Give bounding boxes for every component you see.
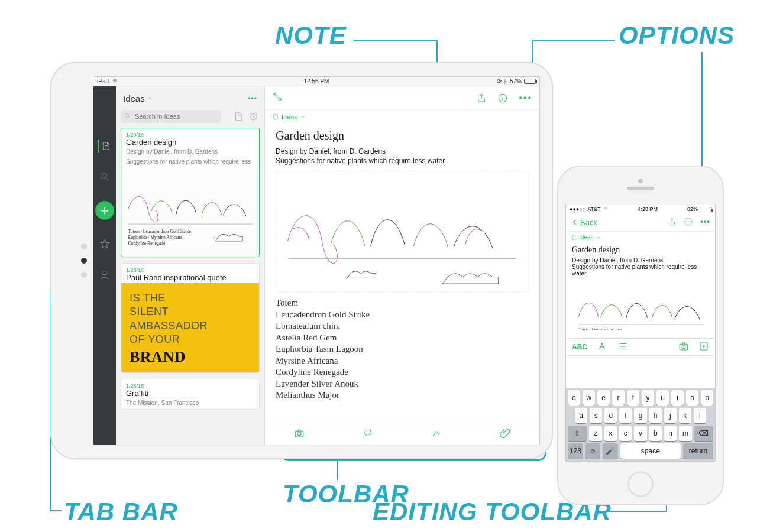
add-attachment-icon[interactable] (698, 341, 709, 353)
note-card-title: Paul Rand inspirational quote (121, 273, 259, 283)
key-e[interactable]: e (597, 390, 610, 406)
key-x[interactable]: x (604, 426, 617, 441)
note-card-snippet: The Mission, San Francisco (121, 399, 259, 409)
tab-shortcuts[interactable] (98, 238, 111, 251)
key-return[interactable]: return (683, 443, 713, 459)
key-r[interactable]: r (612, 390, 625, 406)
key-p[interactable]: p (701, 390, 713, 406)
ipad-device: iPad 12:56 PM ⟳ ᛒ 57% (50, 62, 553, 459)
audio-icon[interactable] (363, 428, 373, 439)
note-subline: Suggestions for native plants which requ… (572, 264, 709, 277)
svg-point-0 (101, 173, 106, 179)
note-card-date: 1/28/16 (121, 379, 259, 389)
tab-add-note[interactable]: ＋ (95, 201, 114, 220)
note-card[interactable]: 1/20/16 Garden design Design by Daniel, … (121, 128, 260, 257)
status-carrier: AT&T (587, 206, 600, 212)
notebook-title-dropdown[interactable]: Ideas (123, 93, 153, 103)
key-shift[interactable]: ⇧ (568, 426, 587, 441)
share-icon[interactable] (667, 217, 677, 228)
tab-account[interactable] (98, 268, 111, 281)
sketch-icon[interactable] (431, 428, 442, 439)
wifi-icon (111, 78, 118, 85)
search-input[interactable] (121, 110, 221, 123)
share-icon[interactable] (476, 93, 487, 103)
note-pane: ••• Ideas Garden design Design by Daniel… (265, 86, 539, 445)
note-card-snippet: Suggestions for native plants which requ… (121, 158, 259, 168)
key-s[interactable]: s (590, 408, 602, 423)
key-m[interactable]: m (679, 426, 691, 441)
key-backspace[interactable]: ⌫ (694, 426, 713, 441)
text-style-icon[interactable] (597, 341, 607, 353)
key-u[interactable]: u (656, 390, 669, 406)
key-d[interactable]: d (604, 408, 617, 423)
key-l[interactable]: l (694, 408, 706, 423)
list-icon[interactable] (617, 341, 627, 353)
key-i[interactable]: i (671, 390, 684, 406)
brand-line: OF YOUR (130, 333, 251, 346)
ipad-status-bar: iPad 12:56 PM ⟳ ᛒ 57% (93, 77, 539, 86)
note-body[interactable]: Garden design Design by Daniel, from D. … (566, 241, 715, 338)
note-body[interactable]: Garden design Design by Daniel, from D. … (265, 121, 539, 421)
key-h[interactable]: h (649, 408, 662, 423)
svg-rect-12 (572, 235, 575, 239)
svg-rect-8 (274, 115, 278, 119)
options-icon[interactable]: ••• (700, 217, 710, 228)
key-z[interactable]: z (589, 426, 601, 441)
key-a[interactable]: a (575, 408, 587, 423)
key-space[interactable]: space (620, 443, 681, 459)
tab-search[interactable] (98, 170, 111, 183)
callout-line (532, 40, 615, 41)
note-card-thumb: Totem · Leucadendron Gold Strike Euphorb… (121, 168, 259, 257)
note-breadcrumb-label: Ideas (282, 113, 297, 121)
chevron-down-icon (596, 235, 601, 241)
tag-icon[interactable] (232, 111, 244, 122)
key-mic[interactable]: 🎤 (603, 443, 618, 459)
key-n[interactable]: n (664, 426, 677, 441)
ipad-screen: iPad 12:56 PM ⟳ ᛒ 57% (93, 76, 540, 445)
reminder-icon[interactable] (248, 111, 260, 122)
editing-toolbar: ABC (566, 338, 715, 356)
key-q[interactable]: q (568, 390, 580, 406)
info-icon[interactable] (497, 93, 508, 103)
key-y[interactable]: y (642, 390, 654, 406)
note-card[interactable]: 1/28/16 Paul Rand inspirational quote IS… (121, 263, 260, 373)
key-c[interactable]: c (619, 426, 632, 441)
note-breadcrumb[interactable]: Ideas (265, 110, 539, 121)
key-v[interactable]: v (634, 426, 646, 441)
key-w[interactable]: w (583, 390, 595, 406)
callout-tabbar: TAB BAR (64, 498, 178, 526)
camera-icon[interactable] (294, 428, 305, 439)
key-t[interactable]: t (627, 390, 639, 406)
tab-notes[interactable] (98, 140, 111, 153)
svg-point-15 (682, 345, 685, 348)
note-subline: Suggestions for native plants which requ… (276, 157, 529, 165)
key-b[interactable]: b (649, 426, 662, 441)
notelist-more[interactable]: ••• (248, 94, 257, 102)
key-emoji[interactable]: ☺ (585, 443, 601, 459)
key-o[interactable]: o (686, 390, 698, 406)
options-icon[interactable]: ••• (519, 93, 532, 103)
info-icon[interactable] (684, 217, 693, 228)
attachment-icon[interactable] (500, 428, 510, 439)
camera-icon[interactable] (678, 341, 689, 353)
iphone-screen: ●●●○○ AT&T 4:28 PM 82% Back (565, 205, 716, 462)
back-label: Back (580, 218, 597, 227)
keyboard-toggle[interactable]: ABC (572, 343, 587, 351)
iphone-home-button (627, 471, 654, 497)
ipad-home-button (81, 258, 87, 264)
svg-text:Totem · Leucadendron · etc.: Totem · Leucadendron · etc. (579, 327, 624, 331)
key-j[interactable]: j (664, 408, 677, 423)
svg-text:Totem · Leucadendron Gold Stri: Totem · Leucadendron Gold Strike (128, 229, 191, 234)
key-123[interactable]: 123 (568, 443, 583, 459)
expand-icon[interactable] (272, 92, 283, 105)
signal-dots-icon: ●●●○○ (570, 206, 585, 212)
status-time: 12:56 PM (243, 78, 389, 85)
key-k[interactable]: k (679, 408, 691, 423)
key-f[interactable]: f (619, 408, 632, 423)
note-card[interactable]: 1/28/16 Graffiti The Mission, San Franci… (121, 379, 260, 410)
iphone-navbar: Back ••• (566, 213, 715, 231)
key-g[interactable]: g (634, 408, 646, 423)
notebook-icon (571, 235, 577, 241)
note-breadcrumb[interactable]: Ideas (566, 231, 715, 241)
back-button[interactable]: Back (571, 218, 597, 227)
